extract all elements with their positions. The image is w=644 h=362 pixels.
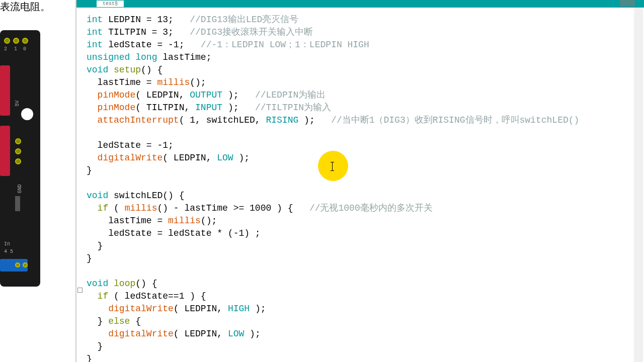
code-line[interactable]: pinMode( LEDPIN, OUTPUT ); //LEDPIN为输出	[87, 89, 634, 102]
left-panel-text: 表流电阻。	[0, 0, 50, 14]
vertical-scrollbar[interactable]	[634, 8, 643, 362]
tab-menu-button[interactable]	[620, 0, 635, 7]
code-line[interactable]	[87, 177, 634, 190]
code-line[interactable]: }	[87, 164, 634, 177]
code-line[interactable]: int TILTPIN = 3; //DIG3接收滚珠开关输入中断	[87, 26, 634, 39]
code-line[interactable]: }	[87, 240, 634, 252]
code-line[interactable]: }	[87, 340, 634, 353]
code-line[interactable]: digitalWrite( LEDPIN, LOW );	[87, 152, 634, 164]
code-line[interactable]: void setup() {	[87, 64, 634, 76]
code-line[interactable]: if ( millis() - lastTime >= 1000 ) { //无…	[87, 202, 634, 215]
code-line[interactable]: pinMode( TILTPIN, INPUT ); //TILTPIN为输入	[87, 102, 634, 114]
editor-container: test§ int LEDPIN = 13; //DIG13输出LED亮灭信号i…	[75, 0, 644, 362]
code-line[interactable]: } else {	[87, 315, 634, 328]
code-line[interactable]: digitalWrite( LEDPIN, HIGH );	[87, 303, 634, 315]
left-panel: 表流电阻。 2 1 0 5V GND In 4 5	[0, 0, 75, 362]
text-cursor-icon	[332, 162, 333, 171]
code-line[interactable]: lastTime = millis();	[87, 215, 634, 227]
code-line[interactable]: unsigned long lastTime;	[87, 51, 634, 64]
code-line[interactable]: if ( ledState==1 ) {	[87, 290, 634, 303]
code-line[interactable]: }	[87, 252, 634, 265]
code-line[interactable]: int ledState = -1; //-1：LEDPIN LOW；1：LED…	[87, 39, 634, 51]
code-line[interactable]: attachInterrupt( 1, switchLED, RISING );…	[87, 114, 634, 127]
code-line[interactable]: digitalWrite( LEDPIN, LOW );	[87, 328, 634, 340]
fold-indicator[interactable]	[77, 288, 83, 293]
code-line[interactable]	[87, 127, 634, 139]
code-editor[interactable]: int LEDPIN = 13; //DIG13输出LED亮灭信号int TIL…	[76, 8, 644, 362]
code-line[interactable]: int LEDPIN = 13; //DIG13输出LED亮灭信号	[87, 14, 634, 26]
code-line[interactable]: ledState = -1;	[87, 139, 634, 152]
code-line[interactable]	[87, 265, 634, 278]
arduino-board: 2 1 0 5V GND In 4 5	[0, 30, 40, 287]
code-line[interactable]: ledState = ledState * (-1) ;	[87, 227, 634, 240]
code-line[interactable]: void loop() {	[87, 278, 634, 290]
tab-bar: test§	[76, 0, 644, 8]
file-tab[interactable]: test§	[97, 1, 124, 7]
code-line[interactable]: lastTime = millis();	[87, 76, 634, 89]
code-line[interactable]: void switchLED() {	[87, 190, 634, 202]
code-line[interactable]: }	[87, 353, 634, 362]
